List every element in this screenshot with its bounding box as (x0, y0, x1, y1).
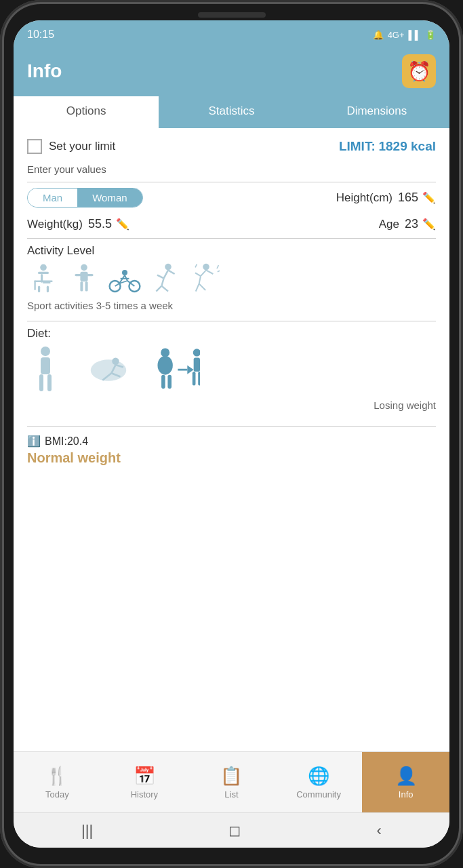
diet-icons-row (27, 346, 436, 397)
tab-statistics[interactable]: Statistics (159, 96, 304, 128)
nav-history-label: History (131, 789, 158, 800)
android-home-btn[interactable]: ◻ (215, 816, 254, 845)
svg-rect-58 (193, 372, 196, 386)
height-value: 165 (398, 191, 418, 205)
svg-point-16 (122, 270, 127, 275)
svg-point-0 (40, 264, 47, 271)
svg-rect-1 (38, 272, 49, 274)
weight-label: Weight(kg) (27, 218, 83, 231)
svg-rect-42 (39, 374, 43, 391)
bmi-info-icon: ℹ️ (27, 435, 41, 448)
activity-running-icon[interactable] (149, 263, 182, 296)
svg-rect-12 (80, 281, 83, 291)
weight-edit-icon[interactable]: ✏️ (116, 218, 129, 231)
svg-point-30 (203, 264, 209, 271)
alarm-icon: 🔔 (373, 30, 384, 40)
svg-point-56 (193, 349, 200, 356)
status-bar: 10:15 🔔 4G+ ▌▌ 🔋 (14, 20, 449, 49)
svg-point-51 (157, 356, 172, 375)
limit-row: Set your limit LIMIT: 1829 kcal (27, 139, 436, 154)
activity-sedentary-icon[interactable] (27, 263, 60, 296)
svg-rect-52 (161, 375, 165, 389)
page-title: Info (27, 60, 62, 82)
activity-cycling-icon[interactable] (108, 263, 141, 296)
status-time: 10:15 (27, 28, 54, 41)
svg-point-50 (161, 348, 169, 357)
today-icon: 🍴 (46, 766, 68, 787)
android-recent-btn[interactable]: ||| (68, 816, 106, 845)
diet-losing-icon[interactable] (153, 346, 200, 397)
activity-description: Sport activities 3-5 times a week (27, 300, 436, 311)
activity-label: Activity Level (27, 244, 436, 258)
svg-line-39 (218, 271, 220, 272)
svg-point-44 (91, 359, 127, 381)
age-value: 23 (405, 217, 418, 231)
bmi-status: Normal weight (27, 450, 436, 466)
nav-history[interactable]: 📅 History (101, 752, 188, 812)
activity-section: Activity Level (27, 238, 436, 311)
speaker (198, 12, 266, 18)
nav-list[interactable]: 📋 List (188, 752, 275, 812)
svg-rect-13 (85, 281, 88, 291)
svg-rect-59 (198, 372, 200, 386)
battery-icon: 🔋 (425, 30, 436, 40)
svg-line-33 (206, 270, 213, 274)
alarm-clock-icon: ⏰ (407, 60, 431, 83)
nav-community-label: Community (296, 789, 341, 800)
gender-woman-btn[interactable]: Woman (77, 189, 142, 207)
divider-bmi (27, 426, 436, 427)
diet-maintain-icon[interactable] (27, 346, 64, 397)
gender-toggle[interactable]: Man Woman (27, 188, 143, 208)
svg-line-31 (201, 270, 206, 276)
nav-list-label: List (224, 789, 238, 800)
weight-section: Weight(kg) 55.5 ✏️ (27, 217, 129, 231)
svg-line-34 (199, 276, 201, 283)
status-icons: 🔔 4G+ ▌▌ 🔋 (373, 30, 436, 40)
svg-rect-4 (34, 281, 35, 290)
set-limit-label: Set your limit (49, 140, 115, 153)
android-back-btn[interactable]: ‹ (363, 816, 395, 845)
age-label: Age (379, 218, 399, 231)
nav-today-label: Today (45, 789, 69, 800)
limit-prefix: LIMIT: (339, 139, 376, 153)
tab-options[interactable]: Options (14, 96, 159, 128)
svg-line-18 (115, 283, 119, 286)
nav-info[interactable]: 👤 Info (362, 752, 449, 812)
activity-intense-icon[interactable] (190, 263, 222, 296)
alarm-button[interactable]: ⏰ (402, 54, 436, 88)
gender-height-row: Man Woman Height(cm) 165 ✏️ (27, 188, 436, 208)
values-section-label: Enter your values (27, 163, 436, 175)
history-icon: 📅 (134, 766, 155, 787)
svg-line-37 (195, 264, 197, 268)
svg-line-26 (161, 278, 163, 285)
svg-line-32 (195, 273, 201, 276)
set-limit-checkbox[interactable] (27, 139, 42, 154)
nav-today[interactable]: 🍴 Today (14, 752, 101, 812)
diet-balanced-icon[interactable] (85, 353, 132, 397)
gender-man-btn[interactable]: Man (28, 189, 77, 207)
tab-dimensions[interactable]: Dimensions (304, 96, 449, 128)
svg-line-25 (157, 275, 164, 279)
age-value-box: 23 ✏️ (405, 217, 436, 231)
activity-light-icon[interactable] (68, 263, 100, 296)
svg-point-40 (41, 347, 50, 356)
svg-rect-41 (41, 357, 50, 374)
diet-label: Diet: (27, 327, 436, 340)
svg-line-28 (161, 286, 168, 292)
set-limit-wrapper: Set your limit (27, 139, 115, 154)
age-edit-icon[interactable]: ✏️ (422, 218, 436, 231)
svg-rect-10 (75, 274, 81, 276)
svg-rect-53 (167, 375, 172, 389)
height-row: Height(cm) 165 ✏️ (336, 191, 436, 205)
svg-line-27 (156, 286, 161, 292)
height-edit-icon[interactable]: ✏️ (422, 191, 436, 204)
nav-info-label: Info (399, 789, 414, 800)
divider-diet (27, 321, 436, 321)
weight-value: 55.5 (88, 217, 112, 231)
divider-activity (27, 238, 436, 239)
bmi-value: BMI:20.4 (45, 435, 88, 448)
main-content: Set your limit LIMIT: 1829 kcal Enter yo… (14, 128, 449, 751)
info-nav-icon: 👤 (395, 766, 417, 787)
svg-rect-9 (80, 272, 87, 281)
nav-community[interactable]: 🌐 Community (275, 752, 363, 812)
